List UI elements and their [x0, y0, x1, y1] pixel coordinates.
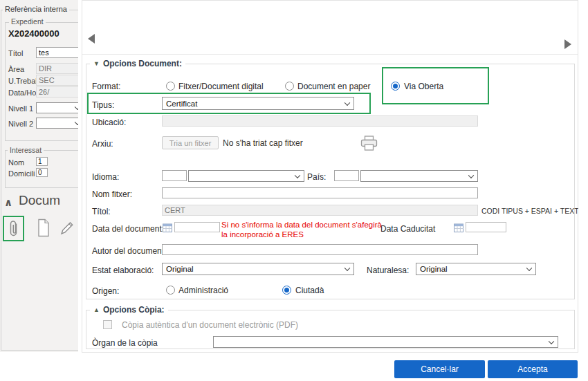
data-document-label: Data del document: — [92, 224, 164, 234]
screen: Referència interna Expedient X202400000 … — [0, 0, 588, 381]
titol-hint-text: CODI TIPUS + ESPAI + TEXT — [481, 207, 578, 215]
referencia-interna-header: Referència interna — [3, 5, 69, 13]
via-oberta-highlight-box — [382, 67, 489, 104]
pencil-icon[interactable] — [59, 219, 75, 238]
copia-autentica-label: Còpia autèntica d'un document electrònic… — [122, 320, 298, 330]
opcions-document-title: Opcions Document: — [103, 59, 182, 68]
idioma-select[interactable] — [188, 170, 304, 182]
header-divider — [82, 54, 578, 55]
sidebar-utreball-label: U.Treball — [8, 77, 39, 85]
prev-page-icon[interactable] — [88, 34, 95, 44]
titol-input — [162, 205, 478, 216]
data-warning-line1: Si no s'informa la data del document s'a… — [221, 221, 382, 229]
collapse-triangle-icon: ▲ — [93, 306, 100, 313]
chevron-down-icon — [468, 172, 474, 178]
sidebar-nom-label: Nom — [8, 158, 24, 167]
sidebar-domicili-count — [36, 168, 48, 177]
data-warning-line2: la incorporació a ERES — [221, 230, 304, 239]
chevron-down-icon — [344, 266, 350, 271]
expedient-number: X202400000 — [8, 28, 59, 39]
organ-copia-label: Òrgan de la còpia — [92, 338, 158, 348]
interessat-header: Interessat — [8, 146, 44, 154]
documents-collapse-icon[interactable]: ∧ — [4, 196, 12, 209]
naturalesa-selected-value: Original — [420, 265, 448, 273]
ubicacio-label: Ubicació: — [92, 118, 126, 127]
radio-fitxer-digital-label: Fitxer/Document digital — [178, 82, 264, 91]
format-label: Format: — [92, 82, 120, 91]
radio-ciutada-label: Ciutadà — [295, 286, 324, 295]
autor-input[interactable] — [162, 244, 478, 255]
sidebar-utreball-input — [36, 75, 78, 86]
document-icon[interactable] — [37, 219, 50, 239]
sidebar-nivell2-label: Nivell 2 — [8, 120, 33, 128]
cancel-button[interactable]: Cancel·lar — [394, 360, 485, 378]
estat-selected-value: Original — [166, 265, 194, 273]
sidebar-domicili-label: Domicili — [8, 169, 35, 178]
radio-document-paper-label: Document en paper — [297, 82, 370, 91]
documents-section-title: Docum — [19, 193, 60, 208]
radio-administracio-label: Administració — [178, 286, 228, 295]
tipus-highlight-box — [87, 93, 371, 114]
file-status-text: No s'ha triat cap fitxer — [223, 138, 303, 148]
idioma-code-input[interactable] — [162, 170, 187, 181]
naturalesa-label: Naturalesa: — [367, 266, 409, 275]
autor-label: Autor del document: — [92, 246, 166, 256]
next-page-icon[interactable] — [564, 39, 571, 49]
collapse-triangle-icon: ▼ — [93, 60, 100, 67]
expedient-label: Expedient — [9, 17, 46, 26]
idioma-label: Idioma: — [92, 172, 119, 182]
chevron-down-icon — [549, 338, 554, 344]
pais-select[interactable] — [360, 170, 478, 182]
printer-icon[interactable] — [360, 136, 378, 154]
sidebar-nivell1-select[interactable] — [36, 102, 78, 113]
nom-fitxer-input[interactable] — [162, 187, 478, 198]
sidebar-nom-count — [36, 157, 48, 166]
data-caducitat-input[interactable] — [466, 222, 506, 232]
accept-button[interactable]: Accepta — [488, 360, 578, 378]
radio-document-paper[interactable] — [285, 82, 294, 91]
radio-administracio[interactable] — [166, 286, 175, 295]
radio-ciutada[interactable] — [282, 286, 291, 295]
chevron-down-icon — [526, 266, 532, 271]
sidebar-nivell2-select[interactable] — [36, 118, 78, 129]
titol-label: Títol: — [92, 207, 111, 216]
naturalesa-select[interactable]: Original — [416, 263, 536, 275]
arxiu-label: Arxiu: — [92, 139, 113, 149]
sidebar-area-label: Àrea — [8, 65, 24, 73]
data-document-input[interactable] — [174, 222, 220, 232]
sidebar-nivell1-label: Nivell 1 — [8, 104, 33, 113]
opcions-copia-title: Opcions Còpia: — [103, 305, 165, 315]
pais-code-input[interactable] — [334, 170, 359, 181]
sidebar-titol-label: Títol — [8, 49, 23, 57]
sidebar-area-input — [36, 63, 78, 74]
calendar-icon[interactable] — [454, 223, 463, 234]
ubicacio-input — [162, 115, 478, 127]
pais-label: País: — [307, 172, 326, 182]
opcions-document-toggle[interactable]: ▼Opcions Document: — [90, 59, 185, 68]
data-caducitat-label: Data Caducitat — [380, 224, 435, 234]
sidebar-datahora-input — [36, 86, 78, 97]
sidebar-panel: Referència interna Expedient X202400000 … — [0, 0, 78, 352]
radio-fitxer-digital[interactable] — [166, 82, 175, 91]
calendar-icon[interactable] — [163, 223, 172, 234]
estat-label: Estat elaboració: — [92, 266, 154, 275]
chevron-down-icon — [295, 172, 300, 178]
sidebar-titol-input[interactable] — [36, 47, 78, 58]
origen-label: Origen: — [92, 286, 119, 296]
paperclip-icon[interactable] — [7, 219, 20, 241]
nom-fitxer-label: Nom fitxer: — [92, 189, 132, 199]
copia-autentica-checkbox[interactable] — [103, 320, 112, 329]
choose-file-button[interactable]: Tria un fitxer — [162, 136, 219, 149]
opcions-copia-toggle[interactable]: ▲Opcions Còpia: — [90, 305, 168, 315]
organ-copia-select[interactable] — [213, 336, 558, 348]
estat-select[interactable]: Original — [162, 263, 354, 275]
